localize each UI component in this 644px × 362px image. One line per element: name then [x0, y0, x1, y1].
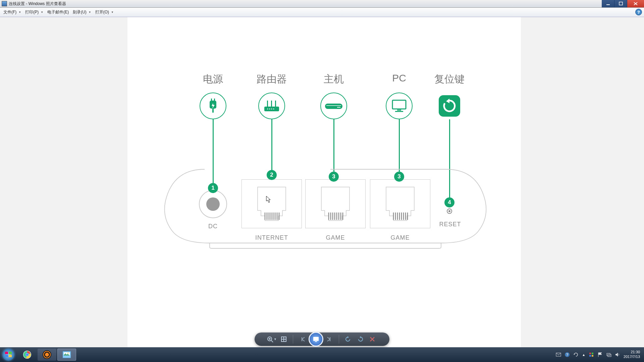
pc-monitor-icon	[386, 93, 413, 119]
label-pc: PC	[392, 72, 406, 84]
tray-flag-icon[interactable]	[597, 352, 603, 357]
tray-overflow-icon[interactable]: ▲	[582, 353, 585, 357]
svg-line-46	[271, 341, 273, 342]
router-icon	[258, 93, 285, 119]
svg-rect-3	[211, 99, 212, 101]
svg-rect-14	[325, 104, 342, 109]
reset-pin	[448, 210, 450, 212]
svg-point-63	[68, 353, 69, 354]
step-badge-3a: 3	[329, 172, 339, 182]
menu-email[interactable]: 电子邮件(E)	[45, 8, 71, 16]
tray-mail-icon[interactable]	[556, 352, 561, 357]
chevron-down-icon: ▼	[111, 11, 114, 14]
rotate-cw-icon	[357, 336, 364, 343]
photoviewer-icon	[62, 351, 71, 358]
game-icon	[42, 350, 52, 359]
power-plug-icon	[200, 93, 226, 119]
port-game1	[305, 179, 366, 228]
svg-rect-7	[267, 101, 268, 107]
svg-point-58	[26, 354, 29, 356]
tray-help-icon[interactable]: ?	[565, 352, 570, 357]
chevron-down-icon: ▼	[274, 338, 277, 341]
close-button[interactable]	[627, 0, 644, 7]
separator	[339, 335, 339, 344]
chrome-icon	[23, 350, 32, 359]
tray-security-icon[interactable]	[589, 352, 594, 357]
chevron-down-icon: ▼	[18, 11, 21, 14]
rotate-ccw-icon	[345, 336, 352, 343]
tray-date: 2017/7/13	[624, 355, 640, 359]
chevron-down-icon: ▼	[41, 11, 43, 14]
maximize-icon	[619, 2, 623, 6]
game-console-icon	[320, 93, 347, 119]
step-badge-4: 4	[444, 197, 454, 207]
port-game2	[370, 179, 430, 228]
tray-network-icon[interactable]	[606, 352, 611, 357]
prev-button[interactable]	[297, 334, 308, 344]
menu-print[interactable]: 打印(P)▼	[23, 8, 45, 16]
tray-volume-icon[interactable]	[615, 352, 620, 357]
next-button[interactable]	[324, 334, 335, 344]
svg-rect-8	[271, 101, 272, 107]
svg-rect-53	[315, 341, 317, 342]
taskbar-app-photoviewer[interactable]	[57, 349, 76, 361]
svg-rect-68	[592, 353, 593, 354]
port-label-dc: DC	[208, 223, 218, 230]
svg-rect-69	[589, 355, 591, 357]
rotate-ccw-button[interactable]	[343, 334, 353, 344]
rotate-cw-button[interactable]	[355, 334, 365, 344]
menu-open[interactable]: 打开(O)▼	[93, 8, 116, 16]
port-label-game1: GAME	[326, 234, 345, 241]
svg-text:?: ?	[566, 353, 569, 357]
slideshow-icon	[313, 336, 319, 342]
fit-icon	[280, 336, 287, 343]
zoom-button[interactable]: ▼	[267, 334, 277, 344]
label-console: 主机	[324, 72, 344, 86]
svg-rect-5	[212, 109, 214, 113]
start-button[interactable]	[0, 347, 17, 362]
dc-jack-pin	[206, 197, 220, 211]
svg-point-13	[273, 109, 274, 110]
svg-rect-1	[619, 2, 623, 5]
step-badge-2: 2	[267, 170, 277, 180]
delete-button[interactable]	[367, 334, 377, 344]
taskbar: ? ▲ 21:30 2017/7/13	[0, 347, 644, 362]
prev-icon	[300, 336, 306, 342]
step-badge-3b: 3	[394, 172, 404, 182]
svg-rect-15	[326, 105, 341, 106]
label-router: 路由器	[257, 72, 287, 86]
delete-icon	[369, 336, 375, 342]
maximize-button[interactable]	[614, 0, 627, 7]
minimize-button[interactable]	[602, 0, 614, 7]
zoom-icon	[267, 336, 273, 343]
menu-burn[interactable]: 刻录(U)▼	[71, 8, 93, 16]
connection-diagram: 电源 路由器 主机 PC 复位键	[127, 17, 521, 347]
svg-rect-52	[313, 337, 319, 341]
port-label-reset: RESET	[439, 221, 461, 228]
slideshow-button[interactable]	[309, 332, 323, 347]
svg-rect-20	[439, 95, 460, 117]
svg-rect-67	[589, 353, 591, 354]
step-badge-1: 1	[208, 183, 218, 193]
menu-file[interactable]: 文件(F)▼	[1, 8, 23, 16]
tray-time: 21:30	[624, 350, 640, 355]
viewer-toolbar: ▼	[255, 333, 389, 346]
system-tray: ? ▲ 21:30 2017/7/13	[556, 347, 642, 362]
taskbar-app-game[interactable]	[38, 349, 56, 361]
fit-button[interactable]	[279, 334, 289, 344]
svg-rect-16	[337, 107, 340, 108]
app-icon	[2, 1, 7, 6]
help-button[interactable]: ?	[635, 9, 642, 15]
taskbar-app-chrome[interactable]	[18, 349, 37, 361]
help-icon: ?	[637, 10, 640, 15]
tray-clock[interactable]: 21:30 2017/7/13	[624, 350, 642, 359]
separator	[293, 335, 293, 344]
svg-rect-4	[214, 99, 215, 101]
port-label-game2: GAME	[390, 234, 410, 241]
svg-rect-19	[395, 111, 403, 112]
tray-sync-icon[interactable]	[573, 352, 579, 357]
window-titlebar: 连线设置 - Windows 照片查看器	[0, 0, 644, 8]
svg-rect-18	[397, 110, 401, 111]
photo-canvas: 电源 路由器 主机 PC 复位键	[127, 17, 521, 347]
svg-rect-0	[606, 4, 610, 5]
